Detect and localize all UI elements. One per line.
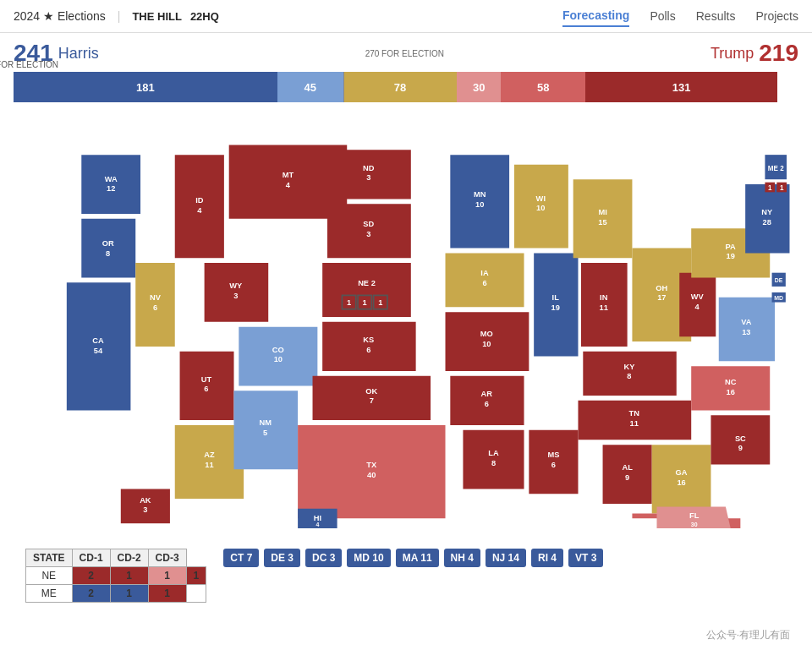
me-cd2: 1 — [148, 585, 186, 603]
svg-text:ME 2: ME 2 — [768, 165, 784, 172]
svg-text:SD: SD — [363, 220, 374, 228]
trump-name: Trump — [710, 45, 754, 63]
svg-text:CO: CO — [272, 346, 284, 354]
svg-text:FL: FL — [689, 511, 700, 520]
trump-score: 219 — [759, 40, 798, 67]
svg-text:6: 6 — [485, 400, 489, 408]
threshold-label: 270 FOR ELECTION — [99, 49, 710, 58]
svg-text:15: 15 — [598, 218, 606, 227]
svg-text:11: 11 — [630, 419, 639, 428]
header: 2024 ★ Elections | THE HILL 22HQ Forecas… — [0, 0, 812, 33]
svg-text:7: 7 — [370, 396, 374, 405]
svg-text:1: 1 — [347, 298, 351, 307]
col-state: STATE — [26, 549, 73, 567]
nav-polls[interactable]: Polls — [650, 6, 675, 26]
svg-text:9: 9 — [625, 473, 629, 482]
header-left: 2024 ★ Elections | THE HILL 22HQ — [14, 9, 219, 23]
svg-text:11: 11 — [205, 461, 213, 469]
score-header: 241 Harris 270 FOR ELECTION Trump 219 — [14, 40, 798, 67]
nav-forecasting[interactable]: Forecasting — [562, 5, 629, 27]
main-nav: Forecasting Polls Results Projects — [562, 5, 798, 27]
progress-bar-container: ▼ 270 FOR ELECTION 181 45 78 30 58 131 — [14, 72, 798, 102]
ss-vt: VT 3 — [568, 549, 603, 567]
progress-bar: 181 45 78 30 58 131 — [14, 72, 798, 102]
ne-cd3: 1 — [186, 567, 206, 585]
svg-text:MD: MD — [774, 295, 783, 301]
score-section: 241 Harris 270 FOR ELECTION Trump 219 ▼ … — [0, 33, 812, 102]
svg-text:19: 19 — [551, 303, 560, 312]
svg-text:3: 3 — [366, 173, 370, 182]
svg-text:UT: UT — [201, 375, 212, 384]
pb-rep-safe: 131 — [585, 72, 776, 102]
svg-text:AK: AK — [140, 496, 151, 505]
svg-text:13: 13 — [742, 328, 750, 336]
svg-text:3: 3 — [366, 230, 370, 238]
270-line — [343, 72, 344, 102]
svg-text:1: 1 — [780, 184, 784, 192]
ss-nj: NJ 14 — [486, 549, 526, 567]
svg-text:10: 10 — [536, 204, 545, 212]
svg-text:VA: VA — [741, 318, 752, 326]
ss-ma: MA 11 — [396, 549, 439, 567]
pb-dem-safe: 181 — [14, 72, 277, 102]
svg-text:28: 28 — [763, 218, 771, 227]
svg-text:AL: AL — [622, 463, 633, 472]
score-threshold: 270 FOR ELECTION — [99, 49, 710, 58]
ss-ri: RI 4 — [531, 549, 563, 567]
svg-text:12: 12 — [107, 184, 115, 193]
svg-text:PA: PA — [726, 243, 737, 251]
svg-text:30: 30 — [691, 522, 698, 527]
svg-text:8: 8 — [491, 459, 496, 467]
small-states: CT 7 DE 3 DC 3 MD 10 MA 11 NH 4 NJ 14 RI… — [223, 549, 603, 567]
svg-text:MT: MT — [283, 171, 294, 179]
svg-text:WI: WI — [536, 194, 546, 203]
svg-text:IL: IL — [552, 293, 560, 302]
map-section: text.sl { font-size: 8px; fill: #fff; fo… — [13, 106, 799, 532]
svg-text:DE: DE — [775, 277, 783, 283]
svg-text:6: 6 — [366, 346, 370, 354]
svg-text:MO: MO — [480, 330, 493, 338]
col-cd1: CD-1 — [72, 549, 110, 567]
pb-rep-lean: 58 — [501, 72, 585, 102]
cd-table-container: STATE CD-1 CD-2 CD-3 NE 2 1 1 1 ME 2 1 — [25, 549, 787, 603]
svg-text:6: 6 — [551, 461, 556, 469]
svg-text:1: 1 — [378, 298, 382, 307]
svg-text:10: 10 — [482, 340, 491, 348]
svg-text:IA: IA — [480, 269, 489, 277]
svg-text:MN: MN — [474, 190, 486, 199]
svg-text:OH: OH — [656, 284, 667, 292]
svg-text:40: 40 — [367, 471, 376, 479]
svg-text:3: 3 — [143, 505, 147, 514]
svg-text:NE 2: NE 2 — [358, 279, 376, 287]
svg-text:AR: AR — [481, 390, 493, 398]
ss-dc: DC 3 — [305, 549, 342, 567]
me-total: 2 — [72, 585, 110, 603]
me-row: ME 2 1 1 — [26, 585, 206, 603]
svg-text:OK: OK — [365, 387, 377, 396]
ne-cd2: 1 — [148, 567, 186, 585]
svg-text:CA: CA — [92, 336, 104, 345]
svg-text:OR: OR — [102, 239, 114, 248]
svg-text:19: 19 — [727, 252, 735, 260]
svg-text:KS: KS — [363, 336, 374, 344]
svg-text:1: 1 — [363, 298, 367, 307]
ss-md: MD 10 — [347, 549, 390, 567]
bottom-section: STATE CD-1 CD-2 CD-3 NE 2 1 1 1 ME 2 1 — [0, 532, 812, 611]
svg-text:NV: NV — [150, 293, 162, 302]
election-year: 2024 ★ Elections — [14, 9, 106, 23]
svg-text:8: 8 — [106, 249, 110, 258]
logo-hq: 22HQ — [190, 10, 219, 23]
svg-text:AZ: AZ — [204, 451, 215, 459]
svg-text:10: 10 — [475, 200, 484, 209]
svg-text:6: 6 — [153, 303, 157, 312]
svg-text:4: 4 — [286, 181, 291, 189]
logo-hill: THE HILL — [132, 10, 182, 23]
svg-text:8: 8 — [627, 372, 631, 380]
svg-text:IN: IN — [600, 293, 608, 302]
col-cd2: CD-2 — [110, 549, 148, 567]
svg-text:WV: WV — [691, 292, 705, 301]
ne-cd1: 1 — [110, 567, 148, 585]
svg-text:16: 16 — [727, 388, 735, 396]
nav-results[interactable]: Results — [696, 6, 736, 26]
nav-projects[interactable]: Projects — [755, 6, 798, 26]
